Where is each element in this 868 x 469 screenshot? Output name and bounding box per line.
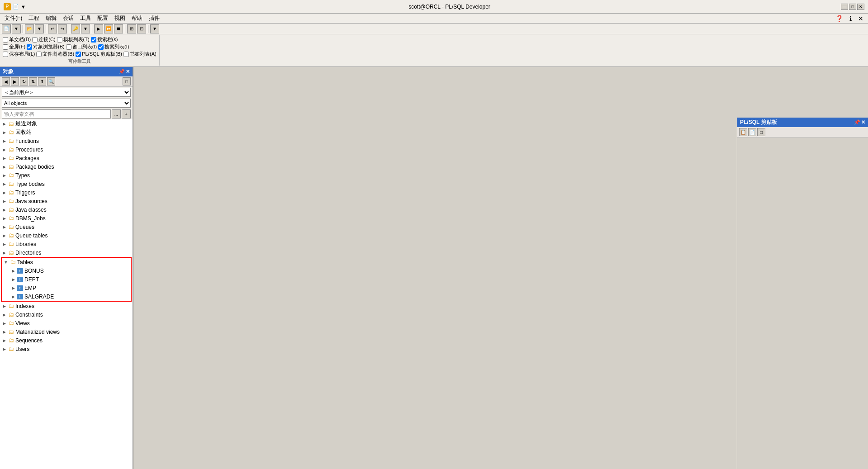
menu-edit[interactable]: 编辑 xyxy=(43,14,59,23)
tree-label-package-bodies: Package bodies xyxy=(15,164,54,170)
obj-type-select[interactable]: All objects xyxy=(2,99,131,108)
chk-template-list[interactable]: 模板列表(T) xyxy=(57,36,90,43)
obj-header-buttons: 📌 ✕ xyxy=(119,69,130,75)
tree-item-java-sources[interactable]: ▶ 🗂 Java sources xyxy=(0,197,133,205)
tree-arrow-packages: ▶ xyxy=(1,156,7,161)
chk-file-browser[interactable]: 文件浏览器(B) xyxy=(36,51,74,57)
tb-extra[interactable]: ▼ xyxy=(150,24,159,33)
chk-clipboard[interactable]: PL/SQL 剪贴板(B) xyxy=(76,51,122,57)
tb-grid[interactable]: ⊞ xyxy=(127,24,136,33)
tree-item-views[interactable]: ▶ 🗂 Views xyxy=(0,319,133,327)
close-button[interactable]: ✕ xyxy=(857,4,864,10)
chk-bookmarks[interactable]: 书签列表(A) xyxy=(123,51,157,57)
menu-session[interactable]: 会话 xyxy=(60,14,76,23)
tree-item-procedures[interactable]: ▶ 🗂 Procedures xyxy=(0,145,133,154)
tree-item-bonus[interactable]: ▶ t BONUS xyxy=(9,266,131,275)
menu-tools[interactable]: 工具 xyxy=(77,14,94,23)
tb-open-dropdown[interactable]: ▼ xyxy=(35,24,44,33)
tree-item-dbms-jobs[interactable]: ▶ 🗂 DBMS_Jobs xyxy=(0,214,133,223)
tree-item-emp[interactable]: ▶ t EMP xyxy=(9,284,131,292)
obj-btn-back[interactable]: ◀ xyxy=(2,77,10,85)
chk-fullscreen[interactable]: 全屏(F) xyxy=(3,43,25,50)
tree-item-directories[interactable]: ▶ 🗂 Directories xyxy=(0,248,133,257)
tb-new[interactable]: 📄 xyxy=(2,24,11,33)
obj-user-select[interactable]: ＜当前用户＞ xyxy=(2,88,131,97)
obj-btn-refresh[interactable]: ↻ xyxy=(20,77,28,85)
tree-item-constraints[interactable]: ▶ 🗂 Constraints xyxy=(0,310,133,319)
obj-btn-sort[interactable]: ⇅ xyxy=(29,77,37,85)
obj-search-add[interactable]: + xyxy=(122,109,131,118)
tb-new-dropdown[interactable]: ▼ xyxy=(12,24,21,33)
menu-view[interactable]: 视图 xyxy=(112,14,128,23)
menu-project[interactable]: 工程 xyxy=(26,14,42,23)
obj-header-close[interactable]: ✕ xyxy=(126,69,130,75)
chk-connect[interactable]: 连接(C) xyxy=(32,36,55,43)
window-title: scott@ORCL - PL/SQL Developer xyxy=(58,4,841,10)
tree-icon-recycle: 🗂 xyxy=(7,129,14,136)
chk-search-list[interactable]: 搜索列表(I) xyxy=(98,43,129,50)
obj-btn-filter[interactable]: 🔍 xyxy=(47,77,55,85)
menu-plugin[interactable]: 插件 xyxy=(146,14,162,23)
tb-stop[interactable]: ⏹ xyxy=(114,24,123,33)
obj-btn-maximize[interactable]: □ xyxy=(123,77,131,85)
tree-item-libraries[interactable]: ▶ 🗂 Libraries xyxy=(0,240,133,248)
tree-arrow-emp: ▶ xyxy=(10,286,16,290)
tree-item-recycle[interactable]: ▶ 🗂 回收站 xyxy=(0,128,133,137)
tree-item-users[interactable]: ▶ 🗂 Users xyxy=(0,345,133,353)
tree-item-functions[interactable]: ▶ 🗂 Functions xyxy=(0,137,133,145)
info-icon[interactable]: ℹ xyxy=(847,14,854,23)
obj-btn-up[interactable]: ⬆ xyxy=(38,77,46,85)
clip-btn1[interactable]: 📋 xyxy=(739,128,747,136)
clip-close[interactable]: ✕ xyxy=(861,119,865,125)
tree-item-triggers[interactable]: ▶ 🗂 Triggers xyxy=(0,188,133,197)
chk-save-layout[interactable]: 保存布局(L) xyxy=(3,51,35,57)
main-area: 对象 📌 ✕ ◀ ▶ ↻ ⇅ ⬆ 🔍 □ ＜当前用户＞ All objec xyxy=(0,67,868,469)
tb-run2[interactable]: ⏩ xyxy=(104,24,113,33)
clip-btn2[interactable]: 📄 xyxy=(748,128,756,136)
restore-button[interactable]: □ xyxy=(849,4,856,10)
tree-item-type-bodies[interactable]: ▶ 🗂 Type bodies xyxy=(0,180,133,188)
tb-redo[interactable]: ↪ xyxy=(58,24,67,33)
tree-label-mat-views: Materialized views xyxy=(15,329,60,335)
tree-item-sequences[interactable]: ▶ 🗂 Sequences xyxy=(0,336,133,345)
tree-icon-dbms-jobs: 🗂 xyxy=(7,215,14,222)
tree-item-tables[interactable]: ▼ 🗂 Tables xyxy=(2,258,131,266)
tb-undo[interactable]: ↩ xyxy=(48,24,57,33)
menu-help[interactable]: 帮助 xyxy=(129,14,145,23)
tb-run[interactable]: ▶ xyxy=(94,24,103,33)
tree-item-dept[interactable]: ▶ t DEPT xyxy=(9,275,131,284)
tree-item-indexes[interactable]: ▶ 🗂 Indexes xyxy=(0,302,133,310)
tree-item-queue-tables[interactable]: ▶ 🗂 Queue tables xyxy=(0,231,133,240)
menu-config[interactable]: 配置 xyxy=(95,14,111,23)
tree-item-queues[interactable]: ▶ 🗂 Queues xyxy=(0,223,133,231)
tree-arrow-triggers: ▶ xyxy=(1,190,7,195)
tree-item-java-classes[interactable]: ▶ 🗂 Java classes xyxy=(0,205,133,214)
menu-file[interactable]: 文件(F) xyxy=(2,14,25,23)
obj-search-input[interactable] xyxy=(2,109,111,118)
tb-key-dropdown[interactable]: ▼ xyxy=(81,24,90,33)
tree-item-salgrade[interactable]: ▶ t SALGRADE xyxy=(9,292,131,301)
tree-item-packages[interactable]: ▶ 🗂 Packages xyxy=(0,154,133,162)
chk-window-list[interactable]: 窗口列表(I) xyxy=(66,43,97,50)
minimize-button[interactable]: — xyxy=(841,4,848,10)
tree-item-recent[interactable]: ▶ 🗂 最近对象 xyxy=(0,119,133,128)
tb-grid2[interactable]: ⊡ xyxy=(137,24,146,33)
chk-obj-browser[interactable]: 对象浏览器(B) xyxy=(27,43,65,50)
clip-btn3[interactable]: □ xyxy=(757,128,765,136)
chk-search-bar[interactable]: 搜索栏(s) xyxy=(91,36,118,43)
obj-header-pin[interactable]: 📌 xyxy=(119,69,125,75)
chk-single-doc[interactable]: 单文档(D) xyxy=(3,36,31,43)
tree-item-mat-views[interactable]: ▶ 🗂 Materialized views xyxy=(0,327,133,336)
tb-open[interactable]: 📂 xyxy=(25,24,34,33)
menu-file-tb[interactable]: 📄 xyxy=(13,4,19,9)
close-menu-icon[interactable]: ✕ xyxy=(855,14,866,23)
tree-item-types[interactable]: ▶ 🗂 Types xyxy=(0,171,133,180)
help-icon[interactable]: ❓ xyxy=(833,14,846,23)
obj-search-more[interactable]: ... xyxy=(112,109,121,118)
tree-item-package-bodies[interactable]: ▶ 🗂 Package bodies xyxy=(0,162,133,171)
tree-label-indexes: Indexes xyxy=(15,303,34,309)
tb-key[interactable]: 🔑 xyxy=(71,24,80,33)
clip-pin[interactable]: 📌 xyxy=(854,119,860,125)
obj-btn-fwd[interactable]: ▶ xyxy=(11,77,19,85)
tree-icon-package-bodies: 🗂 xyxy=(7,164,14,170)
